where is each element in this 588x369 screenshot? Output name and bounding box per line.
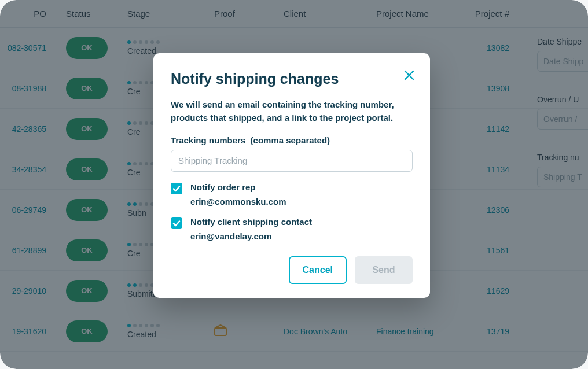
modal-actions: Cancel Send xyxy=(171,256,413,284)
notify-client-label: Notify client shipping contact xyxy=(190,217,312,227)
tracking-label-text: Tracking numbers xyxy=(171,135,245,145)
tracking-label-hint: (comma separated) xyxy=(251,135,330,145)
tracking-input[interactable] xyxy=(171,150,413,172)
close-icon[interactable] xyxy=(401,67,417,83)
notify-client-row: Notify client shipping contact erin@vand… xyxy=(171,217,413,241)
notify-order-rep-label: Notify order rep xyxy=(190,182,286,192)
tracking-label: Tracking numbers (comma separated) xyxy=(171,135,413,145)
send-button[interactable]: Send xyxy=(355,256,413,284)
notify-order-rep-email: erin@commonsku.com xyxy=(190,197,286,206)
modal-title: Notify shipping changes xyxy=(171,71,413,87)
notify-order-rep-row: Notify order rep erin@commonsku.com xyxy=(171,182,413,206)
notify-client-checkbox[interactable] xyxy=(171,217,182,229)
modal-description: We will send an email containing the tra… xyxy=(171,98,413,125)
notify-shipping-modal: Notify shipping changes We will send an … xyxy=(153,53,430,298)
notify-client-email: erin@vandelay.com xyxy=(190,231,312,241)
notify-order-rep-checkbox[interactable] xyxy=(171,183,182,194)
cancel-button[interactable]: Cancel xyxy=(289,256,347,284)
